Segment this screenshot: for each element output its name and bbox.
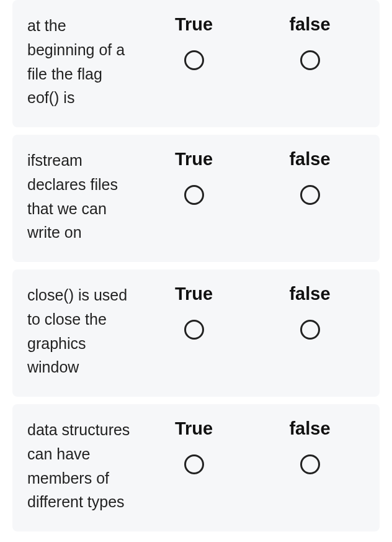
options-group: True false (139, 418, 365, 474)
question-text: close() is used to close the graphics wi… (27, 283, 139, 379)
radio-false[interactable] (300, 320, 320, 340)
question-card: data structures can have members of diff… (12, 404, 380, 531)
option-label: True (175, 148, 213, 170)
option-label: false (289, 418, 330, 440)
option-true: True (139, 418, 249, 474)
option-label: false (289, 283, 330, 305)
radio-true[interactable] (184, 50, 204, 70)
option-false: false (255, 283, 365, 340)
options-group: True false (139, 148, 365, 205)
option-label: True (175, 283, 213, 305)
option-label: True (175, 14, 213, 35)
option-true: True (139, 283, 249, 340)
option-false: false (255, 14, 365, 70)
radio-false[interactable] (300, 185, 320, 205)
question-text: data structures can have members of diff… (27, 418, 139, 514)
question-card: ifstream declares files that we can writ… (12, 135, 380, 262)
radio-true[interactable] (184, 185, 204, 205)
question-text: at the beginning of a file the flag eof(… (27, 14, 139, 110)
radio-true[interactable] (184, 454, 204, 474)
option-label: false (289, 148, 330, 170)
option-label: false (289, 14, 330, 35)
quiz-container: at the beginning of a file the flag eof(… (0, 0, 392, 531)
option-label: True (175, 418, 213, 440)
radio-false[interactable] (300, 50, 320, 70)
question-card: at the beginning of a file the flag eof(… (12, 0, 380, 127)
question-card: close() is used to close the graphics wi… (12, 269, 380, 397)
radio-true[interactable] (184, 320, 204, 340)
radio-false[interactable] (300, 454, 320, 474)
question-text: ifstream declares files that we can writ… (27, 148, 139, 245)
option-true: True (139, 148, 249, 205)
options-group: True false (139, 283, 365, 340)
option-false: false (255, 148, 365, 205)
option-false: false (255, 418, 365, 474)
option-true: True (139, 14, 249, 70)
options-group: True false (139, 14, 365, 70)
